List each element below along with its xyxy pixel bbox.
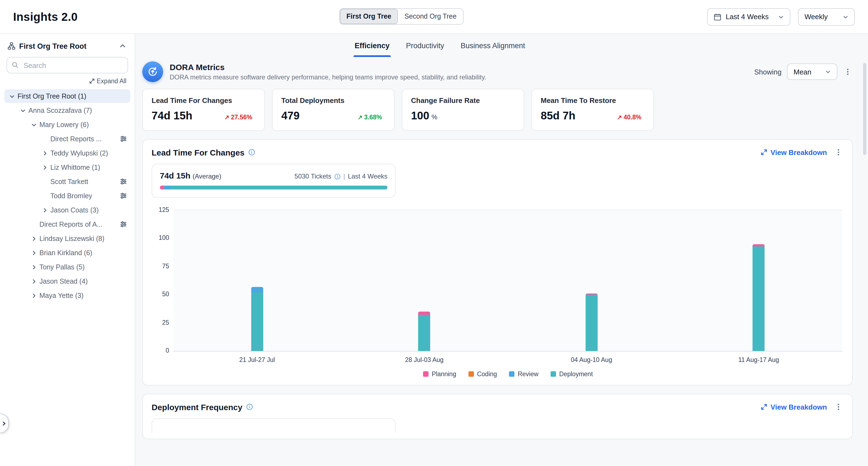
chevron-right-icon[interactable] (30, 263, 38, 271)
view-breakdown-link[interactable]: View Breakdown (761, 403, 827, 411)
metric-card-total-deployments: Total Deployments479↗3.68% (272, 89, 395, 131)
info-icon[interactable] (248, 149, 255, 155)
aggregation-select[interactable]: Mean (787, 63, 837, 80)
metric-cards: Lead Time For Changes74d 15h↗27.56%Total… (142, 89, 853, 131)
y-axis: 0255075100125 (152, 210, 169, 350)
chevron-right-icon[interactable] (30, 291, 38, 299)
dora-metrics-icon (142, 61, 163, 82)
bar-04-aug-10-aug[interactable] (586, 293, 598, 351)
sidebar-header: First Org Tree Root (0, 34, 135, 56)
toggle-second-org-tree[interactable]: Second Org Tree (398, 9, 463, 24)
topbar-controls: Last 4 Weeks Weekly (707, 8, 855, 26)
legend-swatch (551, 371, 556, 377)
dora-texts: DORA Metrics DORA metrics measure softwa… (170, 62, 486, 81)
bar-segment-deployment[interactable] (753, 246, 765, 351)
tab-efficiency[interactable]: Efficiency (353, 34, 391, 57)
tree-item-mary-lowery-6[interactable]: Mary Lowery (6) (4, 118, 130, 132)
y-tick-label: 50 (162, 291, 169, 297)
tree-item-label: Jason Coats (3) (50, 206, 98, 214)
tree-item-maya-yette-3[interactable]: Maya Yette (3) (4, 289, 130, 302)
metric-delta: ↗3.68% (358, 114, 382, 121)
chevron-right-icon[interactable] (30, 249, 38, 257)
kebab-menu-icon[interactable] (843, 67, 853, 77)
tree-item-label: Jason Stead (4) (39, 278, 88, 285)
metric-value-row: 85d 7h↗40.8% (541, 110, 645, 122)
search-input[interactable] (6, 57, 128, 74)
legend-item-deployment[interactable]: Deployment (551, 371, 593, 377)
tree-item-scott-tarkett[interactable]: Scott Tarkett (4, 175, 130, 188)
legend-item-planning[interactable]: Planning (423, 371, 457, 377)
sidebar: First Org Tree Root Expand All First Org… (0, 34, 135, 466)
tab-productivity[interactable]: Productivity (405, 34, 445, 57)
bar-segment-review[interactable] (251, 287, 263, 293)
dora-controls: Showing Mean (754, 63, 853, 80)
metric-delta: ↗40.8% (617, 114, 642, 121)
y-tick-label: 125 (159, 206, 169, 213)
legend-item-coding[interactable]: Coding (468, 371, 497, 377)
y-tick-label: 0 (165, 347, 169, 354)
granularity-select[interactable]: Weekly (798, 8, 855, 26)
tree-item-direct-reports-of-a[interactable]: Direct Reports of A... (4, 217, 130, 231)
tree-item-brian-kirkland-6[interactable]: Brian Kirkland (6) (4, 246, 130, 260)
summary-meta: 5030 Tickets | Last 4 Weeks (294, 173, 388, 180)
bar-11-aug-17-aug[interactable] (753, 244, 765, 351)
bar-segment-deployment[interactable] (418, 315, 430, 351)
kebab-menu-icon[interactable] (834, 402, 843, 412)
tree-item-label: Mary Lowery (6) (39, 121, 89, 128)
chevron-right-icon[interactable] (40, 206, 49, 214)
page-title: Insights 2.0 (13, 10, 78, 23)
chevron-right-icon[interactable] (40, 149, 49, 157)
metric-title: Change Failure Rate (411, 96, 515, 105)
metric-title: Lead Time For Changes (152, 96, 256, 105)
metric-delta: ↗27.56% (224, 114, 252, 121)
chevron-right-icon[interactable] (30, 234, 38, 242)
expand-all-button[interactable]: Expand All (89, 78, 126, 84)
bar-21-jul-27-jul[interactable] (251, 287, 263, 351)
bar-segment-deployment[interactable] (251, 292, 263, 351)
toggle-first-org-tree[interactable]: First Org Tree (340, 9, 398, 24)
trend-up-icon: ↗ (224, 114, 229, 121)
view-breakdown-label: View Breakdown (771, 403, 827, 411)
tree-item-lindsay-liszewski-8[interactable]: Lindsay Liszewski (8) (4, 232, 130, 245)
bar-segment-planning[interactable] (418, 312, 430, 315)
kebab-menu-icon[interactable] (834, 147, 843, 157)
filter-icon[interactable] (120, 192, 127, 199)
chevron-down-icon[interactable] (30, 120, 38, 129)
showing-label: Showing (754, 68, 781, 76)
tree-item-tony-pallas-5[interactable]: Tony Pallas (5) (4, 260, 130, 274)
info-icon[interactable] (246, 404, 253, 410)
date-range-select[interactable]: Last 4 Weeks (707, 8, 790, 26)
view-breakdown-link[interactable]: View Breakdown (761, 148, 827, 156)
sidebar-collapse-button[interactable] (118, 41, 127, 50)
metric-value: 100 (411, 110, 429, 122)
info-icon[interactable] (335, 173, 341, 179)
filter-icon[interactable] (120, 178, 127, 185)
main-tabs: EfficiencyProductivityBusiness Alignment (142, 34, 853, 57)
average-suffix: (Average) (193, 173, 221, 180)
tree-item-jason-coats-3[interactable]: Jason Coats (3) (4, 203, 130, 217)
deployment-summary-card (152, 418, 396, 433)
tree-item-direct-reports[interactable]: Direct Reports ... (4, 132, 130, 146)
expand-icon (761, 404, 767, 410)
tree-item-todd-bromley[interactable]: Todd Bromley (4, 189, 130, 203)
bar-segment-deployment[interactable] (586, 295, 598, 351)
legend-item-review[interactable]: Review (509, 371, 538, 377)
tree-item-anna-scozzafava-7[interactable]: Anna Scozzafava (7) (4, 104, 130, 117)
tree-item-teddy-wylupski-2[interactable]: Teddy Wylupski (2) (4, 146, 130, 160)
chevron-down-icon[interactable] (19, 106, 27, 114)
bar-28-jul-03-aug[interactable] (418, 312, 430, 351)
tab-business-alignment[interactable]: Business Alignment (460, 34, 526, 57)
bar-segment-planning[interactable] (753, 244, 765, 246)
tree-item-jason-stead-4[interactable]: Jason Stead (4) (4, 274, 130, 288)
tree-item-first-org-tree-root-1[interactable]: First Org Tree Root (1) (4, 89, 130, 103)
x-tick-label: 21 Jul-27 Jul (174, 356, 341, 363)
chevron-right-icon[interactable] (40, 163, 49, 171)
chevron-right-icon[interactable] (30, 277, 38, 285)
scrollbar[interactable] (863, 63, 866, 155)
filter-icon[interactable] (120, 135, 127, 142)
chevron-down-icon[interactable] (8, 92, 16, 100)
filter-icon[interactable] (120, 221, 127, 228)
view-breakdown-label: View Breakdown (771, 148, 827, 156)
tree-item-liz-whittome-1[interactable]: Liz Whittome (1) (4, 161, 130, 174)
phase-segment-review (164, 186, 170, 190)
